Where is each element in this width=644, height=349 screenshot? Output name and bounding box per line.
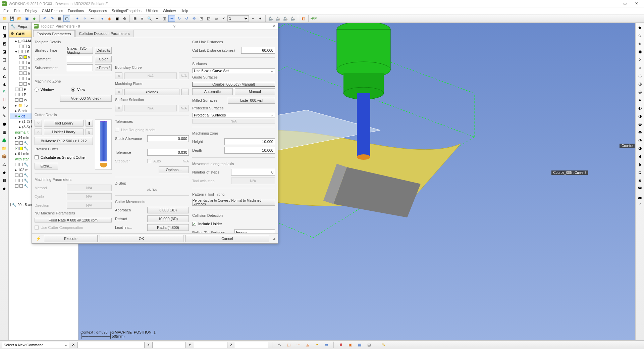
globe-icon[interactable]: ● <box>99 15 106 22</box>
zoom-area-icon[interactable]: ◫ <box>161 15 168 22</box>
shade-icon[interactable]: ▢ <box>63 15 70 22</box>
separator <box>72 15 72 22</box>
menu-edit[interactable]: Edit <box>12 8 22 13</box>
folder-icon[interactable]: 📂 <box>16 15 23 22</box>
pan-icon[interactable]: ✥ <box>191 15 197 22</box>
close-button[interactable]: ✕ <box>631 1 642 6</box>
clip-icon[interactable]: ◧ <box>300 15 307 22</box>
view-icon[interactable]: ▭ <box>213 15 219 22</box>
axes-icon[interactable]: ✦ <box>74 15 80 22</box>
menu-cam-entities[interactable]: CAM Entities <box>40 8 65 13</box>
separator <box>265 15 266 22</box>
menu-utilities[interactable]: Utilities <box>144 8 160 13</box>
window-icon[interactable]: ⊞ <box>131 15 138 22</box>
axes2-icon[interactable]: ✧ <box>81 15 88 22</box>
db-icon[interactable]: ▣ <box>23 15 30 22</box>
separator <box>97 15 97 22</box>
rotate-icon[interactable]: ↻ <box>176 15 182 22</box>
separator <box>39 15 40 22</box>
minimize-button[interactable]: — <box>608 1 619 6</box>
toolpath-parameters-dialog: Wn Toolpath Parameters - 8 ? ✕ Toolpath … <box>32 22 278 23</box>
target-icon[interactable]: ✛ <box>168 15 175 22</box>
rotate2-icon[interactable]: ↺ <box>183 15 190 22</box>
app-title: WORKNC ® 2021.0 RC03 - D:\wnczone\RD2\20… <box>9 2 108 6</box>
redo-icon[interactable]: ↷ <box>49 15 55 22</box>
nowire-icon[interactable]: ⊘ <box>121 15 128 22</box>
wire-icon[interactable]: ▣ <box>114 15 120 22</box>
zoom-fit-icon[interactable]: 🔍 <box>146 15 153 22</box>
menu-display[interactable]: Display <box>23 8 39 13</box>
save-icon[interactable]: 💾 <box>9 15 15 22</box>
separator <box>129 15 130 22</box>
tick-icon[interactable]: ✓ <box>220 15 227 22</box>
cube-icon[interactable]: ◆ <box>31 15 38 22</box>
menu-bar: File Edit Display CAM Entities Functions… <box>0 7 644 14</box>
main-toolbar: 📁 💾 📂 ▣ ◆ ↶ ↷ ▦ ▢ ✦ ✧ ⊹ ● ◉ ▣ ⊘ ⊞ ≡ 🔍 ⌖ … <box>0 14 644 23</box>
undo-icon[interactable]: ↶ <box>41 15 48 22</box>
grid-icon[interactable]: ▦ <box>56 15 63 22</box>
separator <box>308 15 309 22</box>
globe2-icon[interactable]: ◉ <box>106 15 113 22</box>
menu-sequences[interactable]: Sequences <box>87 8 109 13</box>
robot4-icon[interactable]: 🦾 <box>289 15 296 22</box>
ortho-icon[interactable]: ◳ <box>198 15 205 22</box>
robot2-icon[interactable]: 🦾 <box>275 15 281 22</box>
robot1-icon[interactable]: 🦾 <box>267 15 274 22</box>
plus-icon[interactable]: + <box>257 15 264 22</box>
minus-icon[interactable]: − <box>250 15 256 22</box>
maximize-button[interactable]: ▭ <box>619 1 631 6</box>
menu-window[interactable]: Window <box>161 8 178 13</box>
robot3-icon[interactable]: 🦾 <box>282 15 289 22</box>
menu-help[interactable]: Help <box>178 8 190 13</box>
dialog-title-bar[interactable]: Wn Toolpath Parameters - 8 ? ✕ <box>32 22 278 23</box>
separator <box>298 15 298 22</box>
axes3-icon[interactable]: ⊹ <box>89 15 95 22</box>
title-bar: Wn WORKNC ® 2021.0 RC03 - D:\wnczone\RD2… <box>0 0 644 7</box>
app-logo: Wn <box>2 1 7 6</box>
persp-icon[interactable]: ◲ <box>205 15 212 22</box>
menu-file[interactable]: File <box>1 8 11 13</box>
menu-functions[interactable]: Functions <box>66 8 86 13</box>
open-icon[interactable]: 📁 <box>1 15 8 22</box>
pp-icon[interactable]: •PP <box>310 15 317 22</box>
view-selector[interactable]: 1 <box>227 15 249 21</box>
stack-icon[interactable]: ≡ <box>139 15 146 22</box>
menu-settings[interactable]: Settings/Enquiries <box>110 8 144 13</box>
zoom-win-icon[interactable]: ⌖ <box>154 15 160 22</box>
